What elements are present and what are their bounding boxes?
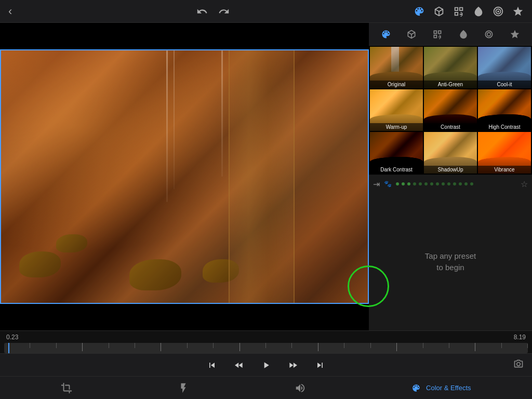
timeline-header: 0.23 8.19 bbox=[0, 331, 532, 343]
bottom-toolbar: Color & Effects bbox=[0, 376, 532, 399]
favorites-tab-button[interactable] bbox=[512, 6, 524, 17]
scroll-left-icon: ⇥ bbox=[373, 179, 380, 189]
scroll-dot-14 bbox=[470, 182, 473, 185]
color-effects-button[interactable]: Color & Effects bbox=[411, 383, 471, 393]
toolbar-left: ‹ bbox=[8, 5, 12, 18]
scroll-dot-5 bbox=[419, 182, 422, 185]
skip-end-button[interactable] bbox=[315, 360, 325, 370]
timeline-area: 0.23 8.19 bbox=[0, 330, 532, 376]
apply-line2: to begin bbox=[436, 263, 464, 272]
back-button[interactable]: ‹ bbox=[8, 5, 12, 18]
preset-dark-contrast-label: Dark Contrast bbox=[370, 166, 423, 174]
spiral-tab-button[interactable] bbox=[493, 6, 504, 17]
snapshot-button[interactable] bbox=[513, 358, 524, 371]
top-toolbar: ‹ bbox=[0, 0, 532, 23]
right-panel: Original Anti-Green Cool-it bbox=[369, 23, 532, 330]
crop-button[interactable] bbox=[61, 382, 72, 394]
filter-type-bar bbox=[369, 23, 532, 46]
tick-2 bbox=[30, 343, 56, 348]
tick-13 bbox=[318, 343, 344, 348]
effects-button[interactable] bbox=[178, 382, 189, 394]
preset-warm-up-label: Warm-up bbox=[370, 123, 423, 131]
color-tab-button[interactable] bbox=[414, 6, 425, 17]
playhead[interactable] bbox=[8, 343, 9, 353]
scroll-dots-container bbox=[396, 182, 518, 185]
preset-vibrance[interactable]: Vibrance bbox=[478, 132, 531, 174]
skip-start-button[interactable] bbox=[207, 360, 217, 370]
tick-17 bbox=[423, 343, 449, 348]
undo-button[interactable] bbox=[196, 6, 208, 17]
toolbar-center bbox=[196, 6, 230, 17]
rewind-button[interactable] bbox=[234, 360, 244, 370]
qr-filter-button[interactable] bbox=[428, 25, 447, 44]
preset-dark-contrast[interactable]: Dark Contrast bbox=[370, 132, 423, 174]
presets-grid: Original Anti-Green Cool-it bbox=[369, 46, 532, 175]
redo-button[interactable] bbox=[218, 6, 230, 17]
scroll-dot-8 bbox=[436, 182, 439, 185]
tick-7 bbox=[161, 343, 187, 348]
scroll-dot-2 bbox=[402, 182, 405, 185]
tick-15 bbox=[371, 343, 397, 351]
favorite-star-icon[interactable]: ☆ bbox=[521, 179, 528, 189]
audio-button[interactable] bbox=[295, 382, 306, 394]
preset-shadow-up[interactable]: ShadowUp bbox=[424, 132, 477, 174]
video-frame bbox=[0, 49, 369, 304]
preset-anti-green[interactable]: Anti-Green bbox=[424, 47, 477, 88]
tick-9 bbox=[214, 343, 240, 351]
playback-controls bbox=[0, 353, 532, 376]
scroll-dot-13 bbox=[464, 182, 468, 185]
tick-8 bbox=[188, 343, 214, 348]
preset-original[interactable]: Original bbox=[370, 47, 423, 88]
preset-anti-green-label: Anti-Green bbox=[424, 81, 477, 88]
color-effects-label: Color & Effects bbox=[426, 384, 471, 392]
playback-controls-wrapper bbox=[0, 353, 532, 376]
toolbar-right bbox=[414, 6, 524, 17]
qr-tab-button[interactable] bbox=[453, 6, 464, 17]
tick-16 bbox=[397, 343, 423, 348]
tick-4 bbox=[83, 343, 109, 348]
warm-tint-overlay bbox=[1, 50, 368, 303]
color-filter-button[interactable] bbox=[377, 25, 395, 44]
timeline-end-time: 8.19 bbox=[514, 334, 526, 341]
apply-line1: Tap any preset bbox=[425, 251, 476, 260]
tick-18 bbox=[449, 343, 475, 351]
camera-icon: 🐾 bbox=[384, 180, 392, 188]
apply-area: Tap any preset to begin bbox=[369, 193, 532, 330]
preset-vibrance-label: Vibrance bbox=[478, 166, 531, 174]
scroll-dot-4 bbox=[413, 182, 416, 185]
timeline-track[interactable] bbox=[0, 343, 532, 353]
scroll-dot-6 bbox=[424, 182, 428, 185]
scroll-bar: ⇥ 🐾 ☆ bbox=[369, 175, 532, 193]
preset-warm-up[interactable]: Warm-up bbox=[370, 89, 423, 131]
preset-shadow-up-label: ShadowUp bbox=[424, 166, 477, 174]
cube-filter-button[interactable] bbox=[402, 25, 421, 44]
spiral-filter-button[interactable] bbox=[480, 25, 498, 44]
tick-20 bbox=[502, 343, 528, 348]
forward-button[interactable] bbox=[288, 360, 298, 370]
preset-high-contrast[interactable]: High Contrast bbox=[478, 89, 531, 131]
preset-original-label: Original bbox=[370, 81, 423, 88]
play-button[interactable] bbox=[261, 360, 271, 370]
preset-cool-it[interactable]: Cool-it bbox=[478, 47, 531, 88]
star-filter-button[interactable] bbox=[506, 25, 524, 44]
video-background bbox=[1, 50, 368, 303]
scroll-dot-1 bbox=[396, 182, 399, 185]
scroll-dot-12 bbox=[459, 182, 462, 185]
preset-contrast[interactable]: Contrast bbox=[424, 89, 477, 131]
tick-14 bbox=[344, 343, 370, 348]
tick-5 bbox=[109, 343, 135, 348]
tick-11 bbox=[266, 343, 292, 348]
3d-tab-button[interactable] bbox=[433, 6, 445, 17]
scroll-dot-10 bbox=[447, 182, 450, 185]
preset-cool-it-label: Cool-it bbox=[478, 81, 531, 88]
tick-10 bbox=[240, 343, 266, 348]
scroll-dot-11 bbox=[453, 182, 456, 185]
drop-filter-button[interactable] bbox=[454, 25, 473, 44]
scroll-dot-9 bbox=[442, 182, 445, 185]
drop-tab-button[interactable] bbox=[473, 6, 484, 17]
timeline-start-time: 0.23 bbox=[6, 334, 18, 341]
tick-6 bbox=[135, 343, 161, 351]
scroll-dot-3 bbox=[407, 182, 410, 185]
tick-12 bbox=[292, 343, 318, 351]
timeline-bar[interactable] bbox=[4, 343, 528, 353]
